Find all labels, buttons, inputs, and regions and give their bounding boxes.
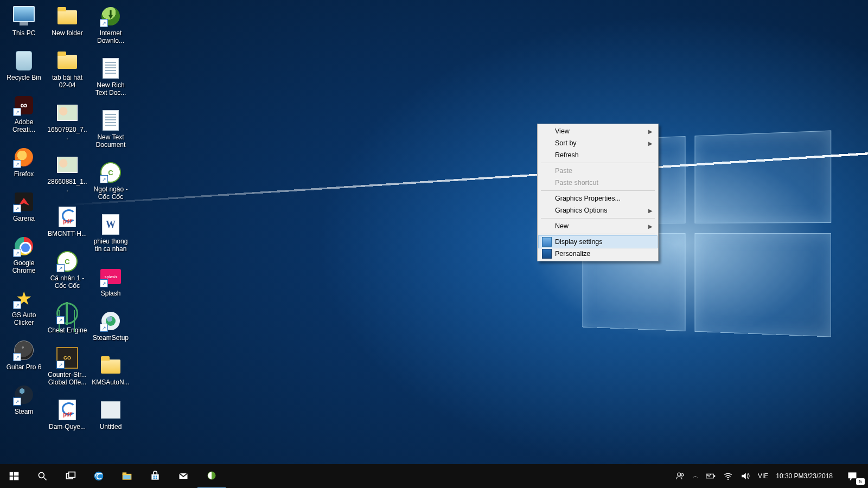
icon-steam[interactable]: ↗Steam [2, 382, 46, 419]
taskbar-app-edge[interactable] [85, 464, 113, 488]
coccoc-icon [206, 470, 217, 481]
icon-tab-bai-hat[interactable]: tab bài hát 02-04 [46, 48, 89, 92]
store-icon [150, 471, 161, 481]
menu-label: Sort by [555, 139, 577, 147]
icon-chrome[interactable]: ↗Google Chrome [2, 233, 46, 278]
svg-rect-13 [154, 476, 155, 477]
icon-label: 28660881_1... [47, 178, 88, 193]
icon-phieu-doc[interactable]: Wphieu thong tin ca nhan [89, 211, 132, 256]
recycle-bin-icon [16, 51, 32, 70]
icon-label: SteamSetup [93, 334, 129, 342]
icon-label: Untitled [100, 423, 122, 431]
menu-item-sort-by[interactable]: Sort by▶ [539, 137, 657, 149]
icon-adobe-cc[interactable]: ∞↗Adobe Creati... [2, 92, 46, 137]
icon-idm[interactable]: ↗Internet Downlo... [89, 3, 132, 48]
shortcut-arrow-icon: ↗ [13, 301, 21, 309]
icon-new-folder[interactable]: New folder [46, 3, 89, 40]
icon-rtf[interactable]: New Rich Text Doc... [89, 55, 132, 100]
menu-item-graphics-options[interactable]: Graphics Options▶ [539, 204, 657, 216]
task-view-button[interactable] [56, 464, 85, 488]
svg-line-5 [44, 478, 47, 480]
tray-show-hidden[interactable]: ︿ [689, 464, 702, 488]
search-icon [37, 471, 48, 481]
file-icon [101, 401, 120, 419]
svg-point-20 [681, 474, 684, 477]
svg-rect-0 [10, 472, 14, 476]
submenu-arrow-icon: ▶ [648, 140, 653, 146]
menu-item-display-settings[interactable]: Display settings [539, 236, 657, 248]
taskbar-app-explorer[interactable] [113, 464, 141, 488]
icon-cheat-engine[interactable]: ↗Cheat Engine [46, 300, 89, 337]
icon-image-2[interactable]: 28660881_1... [46, 152, 89, 196]
menu-item-new[interactable]: New▶ [539, 220, 657, 232]
tray-people[interactable] [672, 464, 689, 488]
icon-bmcntt-pdf[interactable]: BMCNTT-H... [46, 204, 89, 241]
icon-gs-auto-clicker[interactable]: ★↗GS Auto Clicker [2, 285, 46, 330]
menu-label: Graphics Properties... [555, 195, 621, 202]
icon-this-pc[interactable]: This PC [2, 3, 46, 40]
tray-clock[interactable]: 10:30 PM 3/23/2018 [772, 464, 837, 488]
pdf-icon [59, 400, 76, 420]
shortcut-arrow-icon: ↗ [13, 353, 21, 361]
menu-item-refresh[interactable]: Refresh [539, 149, 657, 161]
clock-date: 3/23/2018 [804, 472, 833, 480]
ime-label: VIE [758, 472, 768, 480]
menu-label: Paste shortcut [555, 179, 598, 187]
menu-label: Display settings [555, 238, 603, 246]
tray-ime[interactable]: VIE [754, 464, 772, 488]
taskbar-app-mail[interactable] [169, 464, 197, 488]
pc-icon [13, 6, 35, 22]
svg-rect-22 [714, 476, 715, 477]
icon-label: Internet Downlo... [90, 29, 131, 44]
icon-firefox[interactable]: ↗Firefox [2, 144, 46, 181]
menu-item-paste-shortcut: Paste shortcut [539, 177, 657, 189]
icon-label: New Rich Text Doc... [90, 81, 131, 97]
tray-action-center[interactable]: 5 [837, 464, 868, 488]
icon-txt[interactable]: New Text Document [89, 107, 132, 152]
svg-point-23 [727, 479, 729, 480]
menu-label: Refresh [555, 151, 579, 159]
menu-item-personalize[interactable]: Personalize [539, 248, 657, 260]
menu-item-graphics-properties[interactable]: Graphics Properties... [539, 192, 657, 204]
svg-rect-14 [156, 476, 157, 477]
svg-rect-2 [10, 477, 14, 480]
icon-label: Steam [15, 408, 34, 415]
icon-kmsauto[interactable]: KMSAutoN... [89, 352, 132, 389]
shortcut-arrow-icon: ↗ [13, 204, 21, 213]
taskbar: ︿ VIE 10:30 PM 3/23/2018 5 [0, 464, 868, 488]
icon-recycle-bin[interactable]: Recycle Bin [2, 48, 46, 85]
tray-volume[interactable] [737, 464, 754, 488]
desktop-icons: This PC Recycle Bin ∞↗Adobe Creati... ↗F… [2, 3, 132, 434]
tray-power[interactable] [702, 464, 719, 488]
menu-label: View [555, 127, 570, 135]
power-icon [706, 472, 716, 480]
start-button[interactable] [0, 464, 28, 488]
svg-marker-24 [742, 473, 746, 479]
icon-garena[interactable]: ↗Garena [2, 189, 46, 226]
edge-icon [93, 471, 104, 481]
tray-network[interactable] [719, 464, 737, 488]
icon-label: Dam-Quye... [49, 423, 86, 431]
icon-guitar-pro[interactable]: ↗Guitar Pro 6 [2, 337, 46, 374]
mail-icon [178, 471, 189, 481]
menu-item-view[interactable]: View▶ [539, 125, 657, 137]
icon-csgo[interactable]: GO↗Counter-Str... Global Offe... [46, 345, 89, 389]
taskbar-app-coccoc[interactable] [197, 464, 226, 488]
icon-label: KMSAutoN... [92, 378, 129, 386]
icon-steamsetup[interactable]: ↗SteamSetup [89, 308, 132, 345]
icon-label: Adobe Creati... [3, 118, 44, 133]
icon-splash[interactable]: splash↗Splash [89, 264, 132, 300]
icon-untitled[interactable]: Untitled [89, 397, 132, 434]
display-settings-icon [542, 237, 552, 247]
shortcut-arrow-icon: ↗ [100, 324, 108, 332]
icon-dam-quye-pdf[interactable]: Dam-Quye... [46, 397, 89, 434]
shortcut-arrow-icon: ↗ [13, 249, 21, 257]
menu-separator [541, 234, 655, 234]
taskbar-app-store[interactable] [141, 464, 169, 488]
icon-canhan-coccoc[interactable]: C↗Cá nhân 1 - Cốc Cốc [46, 248, 89, 293]
icon-ngotngao[interactable]: C↗Ngọt ngào - Cốc Cốc [89, 159, 132, 204]
icon-image-1[interactable]: 16507920_7... [46, 100, 89, 144]
word-doc-icon: W [102, 214, 119, 235]
shortcut-arrow-icon: ↗ [100, 279, 108, 287]
search-button[interactable] [28, 464, 56, 488]
